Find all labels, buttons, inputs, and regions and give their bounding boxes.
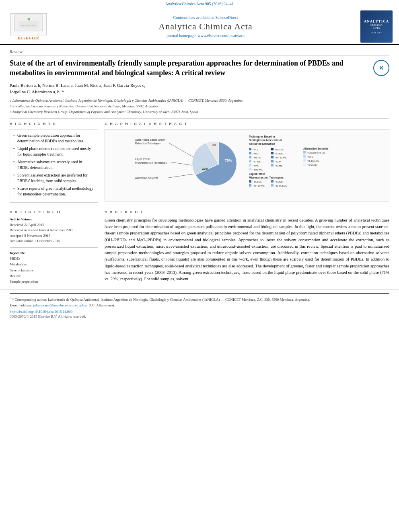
svg-text:• MAE: • MAE — [253, 152, 259, 155]
journal-title: Analytica Chimica Acta — [55, 21, 356, 32]
top-bar: Analytica Chimica Acta 905 (2016) 24–41 — [0, 0, 399, 7]
highlight-item-4: Solvent assisted extraction are preferre… — [13, 173, 95, 184]
email-section: E-mail address: jaltamirano@mendoza-coni… — [10, 303, 389, 307]
corresponding-author-note: * * Corresponding author. Laboratorio de… — [10, 296, 389, 303]
svg-rect-42 — [249, 180, 251, 183]
keyword-sample: Sample preparation — [10, 279, 98, 284]
svg-line-6 — [169, 143, 197, 159]
affiliations: a Laboratorio de Química Ambiental, Inst… — [10, 98, 389, 119]
svg-rect-30 — [271, 148, 274, 150]
paper-title-section: State of the art of environmentally frie… — [10, 58, 389, 78]
svg-text:ELSEVIER LOGO: ELSEVIER LOGO — [21, 25, 37, 27]
email-attribution: (J.C. Altamirano). — [88, 303, 115, 307]
svg-rect-18 — [249, 148, 251, 150]
svg-rect-26 — [249, 164, 251, 166]
svg-text:• PLE: • PLE — [253, 148, 259, 151]
keyword-green: Green chemistry — [10, 267, 98, 273]
svg-text:• SLM: • SLM — [275, 160, 281, 163]
svg-text:• HF-LPME: • HF-LPME — [275, 156, 287, 159]
footer: * * Corresponding author. Laboratorio de… — [0, 290, 399, 320]
journal-cover-image: ANALYTICA CHIMICA ACTA ELSEVIER — [360, 10, 393, 43]
svg-text:Liquid Phase: Liquid Phase — [135, 158, 150, 161]
article-info-abstract-row: A R T I C L E I N F O Article history: R… — [10, 210, 389, 285]
highlights-col: H I G H L I G H T S Green sample prepara… — [10, 122, 98, 206]
article-history: Article history: Received 22 April 2015 … — [10, 217, 98, 244]
svg-text:Assist the Extraction: Assist the Extraction — [249, 142, 275, 145]
svg-text:Strategies to Accelerate or: Strategies to Accelerate or — [249, 139, 282, 142]
highlights-list: Green sample preparation approach for de… — [13, 133, 95, 197]
svg-rect-22 — [249, 156, 251, 158]
svg-text:Alternative Solvents: Alternative Solvents — [135, 177, 158, 179]
svg-rect-55 — [303, 159, 306, 162]
svg-text:• DLLME: • DLLME — [253, 181, 262, 183]
svg-text:• IL-DLLME: • IL-DLLME — [307, 160, 319, 162]
svg-text:🌿: 🌿 — [27, 18, 31, 21]
keyword-review: Review — [10, 273, 98, 279]
authors-line2: Jorgelina C. Altamirano a, b, * — [10, 89, 64, 94]
svg-text:Extraction Techniques: Extraction Techniques — [135, 142, 161, 145]
svg-text:Microextraction Techniques: Microextraction Techniques — [249, 176, 284, 179]
svg-text:Solid Phase Based Green: Solid Phase Based Green — [135, 138, 165, 141]
doi-link[interactable]: http://dx.doi.org/10.1016/j.aca.2015.11.… — [10, 310, 389, 314]
copyright: 0003-2670/© 2015 Elsevier B.V. All right… — [10, 314, 389, 318]
svg-rect-20 — [249, 152, 251, 154]
svg-text:• QUACE: • QUACE — [307, 164, 317, 166]
svg-text:22%: 22% — [202, 167, 208, 170]
journal-citation: Analytica Chimica Acta 905 (2016) 24–41 — [165, 2, 234, 6]
svg-text:• SDME: • SDME — [275, 181, 283, 183]
pie-chart-svg: Solid Phase Based Green Extraction Techn… — [134, 133, 360, 195]
keywords-list: PBDEs Metabolites Green chemistry Review… — [10, 256, 98, 285]
svg-text:• LLME: • LLME — [275, 164, 282, 167]
svg-rect-46 — [249, 184, 251, 187]
history-label: Article history: — [10, 217, 98, 221]
svg-text:• MSPD: • MSPD — [253, 156, 261, 159]
received-date: Received 22 April 2015 — [10, 222, 98, 228]
svg-text:8%: 8% — [212, 144, 216, 146]
svg-text:• DSPME: • DSPME — [253, 168, 263, 171]
highlights-graphical-row: H I G H L I G H T S Green sample prepara… — [10, 122, 389, 206]
email-address[interactable]: jaltamirano@mendoza-conicet.gob.ar — [33, 303, 88, 307]
svg-rect-48 — [271, 184, 274, 187]
svg-text:• HF-LPME: • HF-LPME — [253, 185, 265, 187]
highlight-item-3: Alternative solvents are scarcely used i… — [13, 159, 95, 170]
svg-text:• SDME: • SDME — [275, 152, 283, 155]
graphical-abstract-box: Solid Phase Based Green Extraction Techn… — [105, 129, 389, 201]
svg-text:Techniques Based in: Techniques Based in — [249, 135, 275, 138]
header: 🌿 ELSEVIER LOGO ELSEVIER Contents lists … — [0, 7, 399, 45]
email-label: E-mail address: — [10, 303, 32, 307]
elsevier-brand: ELSEVIER — [18, 36, 39, 40]
svg-rect-32 — [271, 152, 274, 154]
highlights-box: Green sample preparation approach for de… — [10, 129, 98, 203]
svg-text:• DLLME: • DLLME — [275, 148, 284, 151]
svg-text:• Cloud Point Ext.: • Cloud Point Ext. — [307, 152, 326, 154]
divider — [10, 247, 98, 248]
science-direct-info: Contents lists available at ScienceDirec… — [55, 15, 356, 20]
affiliation-a: a Laboratorio de Química Ambiental, Inst… — [10, 98, 389, 103]
affiliation-c: c Analytical Chemistry Research Group, D… — [10, 109, 389, 115]
authors-line1: Paula Berton a, b, Nerina B. Lana a, Jua… — [10, 83, 145, 88]
paper-title: State of the art of environmentally frie… — [10, 58, 373, 78]
journal-homepage: journal homepage: www.elsevier.com/locat… — [55, 33, 356, 38]
svg-rect-28 — [249, 168, 251, 170]
svg-text:• UAE: • UAE — [253, 164, 259, 167]
highlight-item-5: Scarce reports of green analytical metho… — [13, 186, 95, 197]
abstract-text: Green chemistry principles for developin… — [105, 217, 389, 283]
svg-rect-38 — [271, 164, 274, 166]
svg-rect-57 — [303, 163, 306, 166]
revised-date: Received in revised form 4 November 2015 — [10, 228, 98, 233]
highlight-item-1: Green sample preparation approach for de… — [13, 133, 95, 144]
crossmark-logo: ✕ — [373, 60, 389, 76]
accepted-date: Accepted 8 November 2015 — [10, 233, 98, 239]
svg-text:• SFC: • SFC — [307, 156, 313, 158]
svg-text:• SPME: • SPME — [253, 160, 261, 163]
graphical-abstract-col: G R A P H I C A L A B S T R A C T Solid … — [105, 122, 389, 206]
article-info-heading: A R T I C L E I N F O — [10, 210, 98, 215]
svg-rect-44 — [271, 180, 274, 183]
article-info-col: A R T I C L E I N F O Article history: R… — [10, 210, 98, 285]
available-date: Available online 1 December 2015 — [10, 238, 98, 244]
header-center: Contents lists available at ScienceDirec… — [51, 15, 360, 38]
graphical-abstract-heading: G R A P H I C A L A B S T R A C T — [105, 122, 389, 127]
svg-rect-36 — [271, 160, 274, 162]
svg-rect-34 — [271, 156, 274, 158]
affiliation-b: b Facultad de Ciencias Exactas y Natural… — [10, 103, 389, 109]
